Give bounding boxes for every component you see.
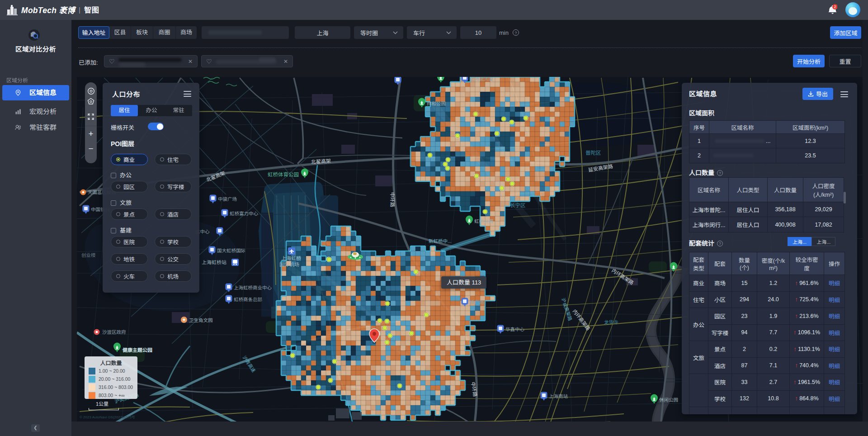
svg-text:北翟高架: 北翟高架	[311, 158, 331, 165]
svg-text:桥广场: 桥广场	[470, 299, 484, 305]
svg-text:2: 2	[834, 5, 836, 9]
svg-text:沙渡区政府: 沙渡区政府	[102, 329, 126, 335]
svg-text:上海龙大厦: 上海龙大厦	[470, 77, 494, 81]
svg-text:长宁区: 长宁区	[510, 203, 526, 208]
svg-text:虹桥商务总部: 虹桥商务总部	[234, 297, 262, 302]
svg-text:虹桥体育公园: 虹桥体育公园	[268, 172, 299, 177]
svg-text:上海虹桥: 上海虹桥	[281, 256, 301, 261]
svg-text:健康主题公园: 健康主题公园	[123, 347, 152, 353]
svg-text:中环路: 中环路	[390, 192, 395, 207]
svg-text:虹桥公园: 虹桥公园	[474, 218, 493, 224]
svg-text:上海虹桥商业中心: 上海虹桥商业中心	[234, 285, 272, 290]
svg-text:© 2023 AutoNavi GS(2023)6375号: © 2023 AutoNavi GS(2023)6375号	[80, 415, 135, 419]
svg-text:国大虹桥国际: 国大虹桥国际	[217, 248, 245, 253]
svg-text:普陀区: 普陀区	[585, 150, 601, 156]
svg-text:国际机场: 国际机场	[279, 262, 299, 267]
svg-text:祥和公园: 祥和公园	[427, 101, 446, 106]
svg-text:休闲公园: 休闲公园	[659, 397, 678, 403]
svg-text:卫生角文园: 卫生角文园	[189, 318, 213, 323]
svg-text:创业楼: 创业楼	[81, 252, 96, 258]
svg-text:中骏广场: 中骏广场	[218, 196, 237, 202]
svg-text:上海南站: 上海南站	[549, 393, 568, 399]
svg-text:龙华寺: 龙华寺	[604, 319, 618, 325]
svg-text:新虹桥中...: 新虹桥中...	[429, 238, 452, 244]
svg-text:上海虹桥站: 上海虹桥站	[202, 260, 226, 265]
svg-text:华鑫中心: 华鑫中心	[505, 327, 524, 332]
svg-text:虹桥富力中心: 虹桥富力中心	[230, 211, 258, 216]
